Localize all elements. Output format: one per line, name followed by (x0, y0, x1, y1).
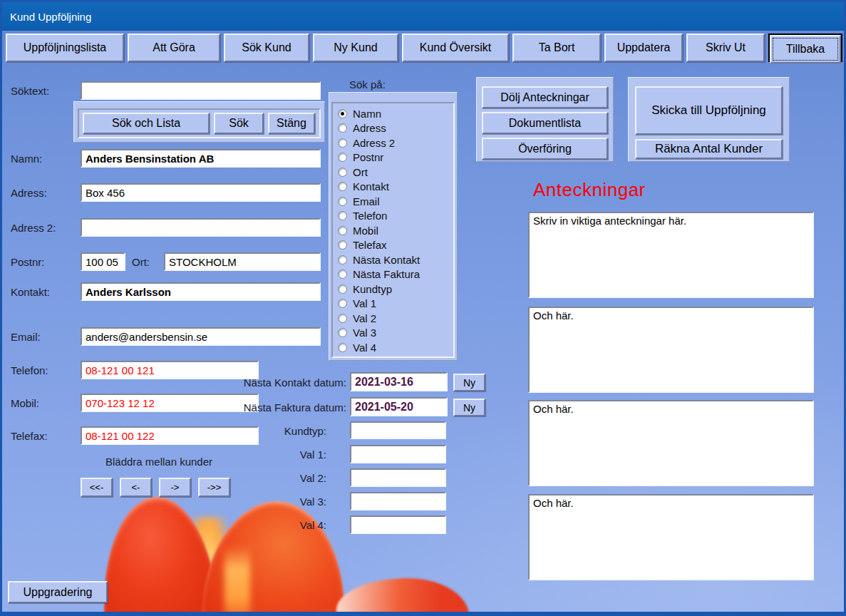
radio-icon[interactable] (338, 255, 347, 265)
radio-option-adress2[interactable]: Adress 2 (338, 135, 450, 150)
radio-option-nasta-kontakt[interactable]: Nästa Kontakt (338, 252, 450, 267)
browse-first-button[interactable]: <<- (81, 478, 113, 497)
toolbar-button-uppdatera[interactable]: Uppdatera (604, 34, 683, 62)
val3-label: Val 3: (237, 496, 326, 508)
adress-input[interactable] (81, 183, 321, 202)
toolbar-button-tillbaka-focus-frame: Tillbaka (768, 34, 842, 62)
dolj-anteckningar-button[interactable]: Dölj Anteckningar (482, 86, 608, 108)
rakna-antal-kunder-button[interactable]: Räkna Antal Kunder (635, 139, 783, 159)
radio-icon[interactable] (338, 123, 347, 133)
radio-icon[interactable] (338, 168, 347, 177)
radio-icon[interactable] (338, 211, 347, 220)
radio-icon[interactable] (338, 284, 347, 294)
skicka-till-uppfoljning-button[interactable]: Skicka till Uppföljning (635, 86, 783, 135)
followup-actions-panel: Skicka till Uppföljning Räkna Antal Kund… (628, 77, 790, 162)
radio-option-telefax[interactable]: Telefax (338, 238, 450, 253)
sok-pa-panel: Namn Adress Adress 2 Postnr Ort Kontakt … (329, 92, 458, 361)
toolbar-button-uppfoljningslista[interactable]: Uppföljningslista (6, 34, 124, 62)
radio-option-adress[interactable]: Adress (338, 121, 450, 136)
ort-label: Ort: (132, 256, 150, 268)
note-textarea-1[interactable]: Skriv in viktiga anteckningar här. (528, 212, 814, 298)
val1-input[interactable] (350, 445, 446, 463)
sok-button[interactable]: Sök (214, 113, 264, 134)
uppgradering-button[interactable]: Uppgradering (8, 581, 108, 603)
kontakt-input[interactable] (81, 282, 321, 301)
val1-label: Val 1: (237, 448, 326, 461)
val3-input[interactable] (350, 492, 446, 510)
nasta-faktura-datum-input[interactable] (350, 397, 448, 416)
radio-option-val1[interactable]: Val 1 (338, 297, 450, 312)
toolbar-button-att-gora[interactable]: Att Göra (128, 34, 220, 62)
radio-option-val3[interactable]: Val 3 (338, 326, 450, 341)
toolbar-button-kund-oversikt[interactable]: Kund Översikt (402, 34, 509, 62)
val4-input[interactable] (350, 515, 446, 534)
note-textarea-2[interactable]: Och här. (528, 307, 814, 393)
radio-icon[interactable] (338, 328, 347, 337)
sok-pa-list: Namn Adress Adress 2 Postnr Ort Kontakt … (331, 102, 455, 358)
radio-option-val4[interactable]: Val 4 (338, 340, 450, 355)
nasta-kontakt-datum-input[interactable] (350, 372, 448, 391)
radio-icon[interactable] (338, 299, 347, 308)
radio-option-kontakt[interactable]: Kontakt (338, 180, 450, 195)
radio-option-mobil[interactable]: Mobil (338, 223, 450, 238)
radio-option-postnr[interactable]: Postnr (338, 150, 450, 165)
radio-option-email[interactable]: Email (338, 194, 450, 209)
radio-icon[interactable] (338, 197, 347, 206)
app-window: Kund Uppföljning Uppföljningslista Att G… (0, 0, 846, 616)
browse-last-button[interactable]: ->> (198, 478, 230, 497)
overforing-button[interactable]: Överföring (482, 138, 608, 160)
toolbar: Uppföljningslista Att Göra Sök Kund Ny K… (6, 34, 840, 62)
telefax-input[interactable] (81, 426, 259, 445)
postnr-input[interactable] (81, 252, 125, 271)
radio-option-val2[interactable]: Val 2 (338, 311, 450, 326)
browse-next-button[interactable]: -> (159, 478, 191, 497)
telefon-label: Telefon: (11, 364, 48, 376)
soktext-label: Söktext: (11, 85, 49, 97)
radio-icon[interactable] (338, 226, 347, 235)
stang-button[interactable]: Stäng (268, 113, 315, 134)
radio-icon[interactable] (338, 270, 347, 279)
kundtyp-input[interactable] (350, 421, 446, 439)
toolbar-button-sok-kund[interactable]: Sök Kund (224, 34, 309, 62)
tulip-vein-highlight (225, 545, 250, 616)
radio-icon[interactable] (338, 240, 347, 250)
window-title: Kund Uppföljning (10, 11, 91, 23)
tulip-second-petal-tip (334, 572, 469, 616)
kontakt-label: Kontakt: (11, 286, 50, 298)
adress2-label: Adress 2: (11, 222, 56, 234)
soktext-input[interactable] (81, 81, 321, 100)
browse-label: Bläddra mellan kunder (73, 456, 244, 468)
radio-icon[interactable] (338, 153, 347, 162)
notes-actions-panel: Dölj Anteckningar Dokumentlista Överföri… (476, 77, 614, 162)
val2-input[interactable] (350, 468, 446, 487)
radio-option-namn[interactable]: Namn (338, 106, 450, 121)
note-textarea-4[interactable]: Och här. (528, 494, 814, 580)
radio-icon[interactable] (338, 109, 347, 118)
radio-option-kundtyp[interactable]: Kundtyp (338, 282, 450, 297)
namn-input[interactable] (81, 149, 321, 168)
toolbar-button-skriv-ut[interactable]: Skriv Ut (686, 34, 765, 62)
tulip-right-petal (202, 498, 351, 616)
radio-icon[interactable] (338, 182, 347, 191)
nasta-kontakt-datum-label: Nästa Kontakt datum: (216, 376, 346, 389)
toolbar-button-ny-kund[interactable]: Ny Kund (313, 34, 398, 62)
ny-kontakt-datum-button[interactable]: Ny (453, 374, 485, 391)
dokumentlista-button[interactable]: Dokumentlista (482, 112, 608, 134)
sok-och-lista-button[interactable]: Sök och Lista (83, 113, 210, 134)
radio-option-nasta-faktura[interactable]: Nästa Faktura (338, 267, 450, 282)
ny-faktura-datum-button[interactable]: Ny (453, 399, 485, 416)
toolbar-button-tillbaka[interactable]: Tillbaka (770, 35, 841, 63)
adress2-input[interactable] (81, 218, 321, 237)
radio-option-telefon[interactable]: Telefon (338, 209, 450, 224)
mobil-label: Mobil: (11, 397, 39, 409)
radio-icon[interactable] (338, 314, 347, 323)
browse-previous-button[interactable]: <- (120, 478, 152, 497)
title-bar: Kund Uppföljning (2, 2, 844, 31)
note-textarea-3[interactable]: Och här. (528, 400, 814, 486)
email-input[interactable] (81, 327, 321, 346)
ort-input[interactable] (164, 252, 321, 271)
toolbar-button-ta-bort[interactable]: Ta Bort (512, 34, 601, 62)
radio-icon[interactable] (338, 138, 347, 148)
radio-option-ort[interactable]: Ort (338, 165, 450, 180)
radio-icon[interactable] (338, 343, 347, 352)
